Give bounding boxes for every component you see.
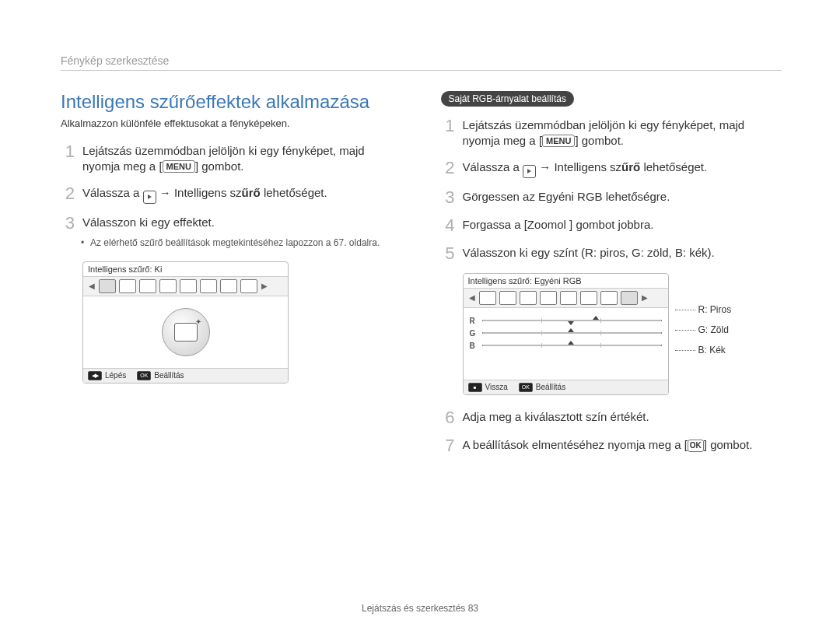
- filter-thumb[interactable]: [560, 291, 577, 305]
- step: 1Lejátszás üzemmódban jelöljön ki egy fé…: [441, 117, 782, 149]
- step-text: Válasszon ki egy effektet.: [82, 215, 215, 232]
- filter-strip: ◀ ▶: [464, 288, 668, 308]
- channel-label: B: [470, 342, 478, 350]
- channel-label: G: [470, 329, 478, 338]
- step: 3Válasszon ki egy effektet.: [61, 215, 402, 232]
- ok-icon: OK: [519, 383, 533, 392]
- back-icon: [468, 383, 482, 392]
- step-number: 3: [61, 215, 75, 232]
- strip-left-arrow[interactable]: ◀: [468, 293, 476, 302]
- preview-button[interactable]: [162, 308, 210, 356]
- step-number: 4: [441, 217, 455, 234]
- filter-thumb[interactable]: [479, 291, 496, 305]
- camera-header: Intelligens szűrő: Ki: [83, 262, 288, 276]
- footer-right-label: Beállítás: [536, 383, 565, 391]
- filter-thumb[interactable]: [240, 279, 257, 293]
- ok-icon: OK: [137, 371, 151, 380]
- description: Alkalmazzon különféle effektusokat a fén…: [61, 117, 402, 129]
- lr-icon: [88, 371, 102, 380]
- step-text: Lejátszás üzemmódban jelöljön ki egy fén…: [463, 117, 782, 149]
- step-number: 2: [61, 185, 75, 204]
- filter-thumb[interactable]: [540, 291, 557, 305]
- left-column: Intelligens szűrőeffektek alkalmazása Al…: [61, 91, 402, 465]
- filter-thumb[interactable]: [499, 291, 516, 305]
- step-text: Válassza a → Intelligens szűrő lehetőség…: [82, 185, 327, 204]
- rgb-slider-row[interactable]: R: [470, 317, 662, 325]
- filter-thumb[interactable]: [180, 279, 197, 293]
- leader-line: [675, 310, 695, 310]
- filter-strip: ◀ ▶: [83, 276, 288, 296]
- rgb-legend: R: PirosG: ZöldB: Kék: [675, 273, 732, 365]
- channel-label: R: [470, 317, 478, 325]
- footer-right-label: Beállítás: [154, 371, 184, 380]
- step-text: Adja meg a kiválasztott szín értékét.: [463, 409, 649, 426]
- sub-note: Az elérhető szűrő beállítások megtekinté…: [82, 236, 402, 249]
- step: 4Forgassa a [Zoomol ] gombot jobbra.: [441, 217, 782, 234]
- step: 2Válassza a → Intelligens szűrő lehetősé…: [61, 185, 402, 204]
- step: 3Görgessen az Egyéni RGB lehetőségre.: [441, 189, 782, 206]
- camera-preview-rgb: Intelligens szűrő: Egyéni RGB ◀ ▶ RGB: [463, 273, 669, 395]
- strip-right-arrow[interactable]: ▶: [261, 282, 268, 290]
- rgb-legend-item: B: Kék: [675, 345, 732, 356]
- section-badge: Saját RGB-árnyalat beállítás: [441, 91, 574, 107]
- leader-line: [675, 330, 695, 331]
- rgb-slider-row[interactable]: G: [470, 329, 662, 338]
- play-icon: [523, 165, 536, 178]
- step-number: 1: [441, 117, 455, 149]
- step: 1Lejátszás üzemmódban jelöljön ki egy fé…: [61, 143, 402, 174]
- step: 5Válasszon ki egy színt (R: piros, G: zö…: [441, 245, 782, 262]
- ok-keycap: OK: [688, 440, 704, 452]
- filter-thumb[interactable]: [159, 279, 177, 293]
- strip-right-arrow[interactable]: ▶: [641, 293, 649, 302]
- page-footer: Lejátszás és szerkesztés 83: [0, 603, 840, 614]
- page-title: Intelligens szűrőeffektek alkalmazása: [61, 91, 402, 113]
- camera-preview-filter: Intelligens szűrő: Ki ◀ ▶: [82, 261, 289, 384]
- step-text: Forgassa a [Zoomol ] gombot jobbra.: [463, 217, 654, 234]
- filter-thumb[interactable]: [220, 279, 237, 293]
- strip-left-arrow[interactable]: ◀: [88, 282, 96, 290]
- footer-left-label: Lépés: [105, 371, 126, 380]
- step-text: Válasszon ki egy színt (R: piros, G: zöl…: [463, 245, 715, 262]
- right-column: Saját RGB-árnyalat beállítás 1Lejátszás …: [441, 91, 782, 465]
- filter-thumb[interactable]: [621, 291, 638, 305]
- filter-thumb[interactable]: [580, 291, 597, 305]
- slider-track[interactable]: [482, 320, 662, 321]
- step: 6Adja meg a kiválasztott szín értékét.: [441, 409, 782, 426]
- step-number: 2: [441, 159, 455, 178]
- menu-keycap: MENU: [542, 135, 575, 147]
- step-number: 7: [441, 437, 455, 454]
- step: 7A beállítások elmentéséhez nyomja meg a…: [441, 437, 782, 454]
- rgb-legend-item: G: Zöld: [675, 324, 732, 335]
- step-number: 5: [441, 245, 455, 262]
- step: 2Válassza a → Intelligens szűrő lehetősé…: [441, 159, 782, 178]
- step-number: 1: [61, 143, 75, 174]
- filter-thumb[interactable]: [600, 291, 618, 305]
- rgb-slider-row[interactable]: B: [470, 342, 662, 350]
- filter-thumb[interactable]: [139, 279, 156, 293]
- filter-thumb[interactable]: [200, 279, 217, 293]
- footer-left-label: Vissza: [485, 383, 508, 391]
- step-text: Válassza a → Intelligens szűrő lehetőség…: [463, 159, 708, 178]
- slider-track[interactable]: [482, 332, 662, 334]
- step-text: A beállítások elmentéséhez nyomja meg a …: [463, 437, 753, 454]
- step-number: 6: [441, 409, 455, 426]
- step-text: Lejátszás üzemmódban jelöljön ki egy fén…: [82, 143, 402, 174]
- step-number: 3: [441, 189, 455, 206]
- step-text: Görgessen az Egyéni RGB lehetőségre.: [463, 189, 670, 206]
- photo-icon: [174, 323, 198, 342]
- menu-keycap: MENU: [163, 160, 195, 173]
- camera-header: Intelligens szűrő: Egyéni RGB: [464, 274, 668, 288]
- slider-track[interactable]: [482, 345, 662, 346]
- breadcrumb: Fénykép szerkesztése: [61, 54, 782, 71]
- filter-thumb[interactable]: [99, 279, 116, 293]
- play-icon: [143, 191, 156, 204]
- filter-thumb[interactable]: [520, 291, 537, 305]
- filter-thumb[interactable]: [119, 279, 136, 293]
- rgb-legend-item: R: Piros: [675, 304, 732, 315]
- leader-line: [675, 350, 695, 351]
